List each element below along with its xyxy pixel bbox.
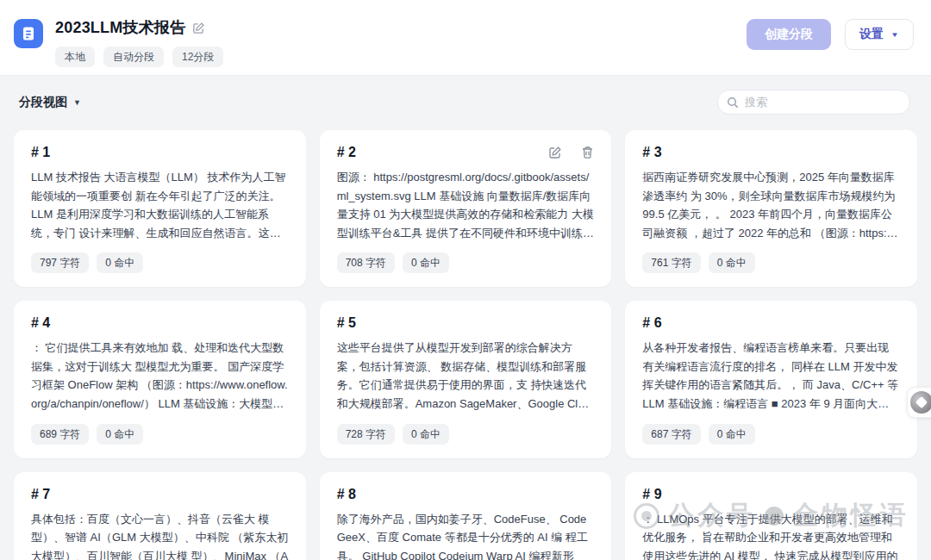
segment-card-6[interactable]: # 6 从各种开发者报告、编程语言榜单来看。只要出现有关编程语言流行度的排名， …: [625, 301, 917, 457]
view-switch-label: 分段视图: [19, 95, 67, 110]
char-count-badge: 797 字符: [31, 252, 89, 273]
tag-row: 本地 自动分段 12分段: [55, 47, 747, 67]
app-header: 2023LLM技术报告 本地 自动分段 12分段 创建分段 设置 ▼: [0, 0, 931, 76]
delete-segment-icon[interactable]: [581, 146, 594, 159]
segment-card-id: # 8: [337, 487, 356, 502]
document-icon: [14, 19, 43, 48]
segment-card-text: ： LLMOps 平台专注于提供大模型的部署、运维和优化服务， 旨在帮助企业和开…: [642, 510, 900, 560]
hit-count-badge: 0 命中: [97, 252, 143, 273]
segment-card-text: 从各种开发者报告、编程语言榜单来看。只要出现有关编程语言流行度的排名， 同样在 …: [642, 339, 900, 413]
segment-card-id: # 1: [31, 145, 50, 160]
segment-card-3[interactable]: # 3 据西南证券研究发展中心预测，2025 年向量数据库渗透率约 为 30%，…: [625, 130, 917, 287]
segment-card-text: 除了海外产品，国内如姜子牙、CodeFuse、 CodeGeeX、百度 Coma…: [337, 510, 595, 560]
caret-down-icon: ▼: [73, 98, 81, 107]
segment-card-text: ： 它们提供工具来有效地加 载、处理和迭代大型数据集，这对于训练大 型模型尤为重…: [31, 339, 289, 413]
segment-card-text: 图源： https://postgresml.org/docs/.gitbook…: [337, 168, 595, 242]
segment-card-id: # 9: [642, 487, 661, 502]
segment-card-2[interactable]: # 2 图源： https://postgresml.org/docs/.git…: [320, 130, 612, 287]
settings-button-label: 设置: [859, 27, 884, 42]
char-count-badge: 689 字符: [31, 424, 89, 445]
segment-card-id: # 7: [31, 487, 50, 502]
segment-card-9[interactable]: # 9 ： LLMOps 平台专注于提供大模型的部署、运维和优化服务， 旨在帮助…: [625, 472, 917, 560]
segment-card-id: # 2: [337, 145, 356, 160]
segment-card-text: LLM 技术报告 大语言模型（LLM） 技术作为人工智能领域的一项重要创 新在今…: [31, 168, 289, 242]
tag-source: 本地: [55, 47, 95, 67]
segment-card-5[interactable]: # 5 这些平台提供了从模型开发到部署的综合解决方案，包括计算资源、 数据存储、…: [320, 301, 612, 457]
page-title: 2023LLM技术报告: [55, 17, 185, 38]
settings-button[interactable]: 设置 ▼: [845, 19, 914, 50]
hit-count-badge: 0 命中: [403, 424, 449, 445]
content-area: 分段视图 ▼ # 1 LLM 技术报告 大语言模型（LLM） 技术作为人工智能领…: [0, 76, 931, 560]
tag-segment-mode: 自动分段: [103, 47, 164, 67]
segment-card-4[interactable]: # 4 ： 它们提供工具来有效地加 载、处理和迭代大型数据集，这对于训练大 型模…: [14, 301, 306, 457]
search-box[interactable]: [717, 90, 910, 115]
floating-assistant-widget[interactable]: [907, 387, 931, 418]
char-count-badge: 687 字符: [642, 424, 700, 445]
hit-count-badge: 0 命中: [709, 424, 755, 445]
search-icon: [727, 96, 739, 109]
segment-grid: # 1 LLM 技术报告 大语言模型（LLM） 技术作为人工智能领域的一项重要创…: [14, 130, 917, 560]
segment-card-8[interactable]: # 8 除了海外产品，国内如姜子牙、CodeFuse、 CodeGeeX、百度 …: [320, 472, 612, 560]
view-switch-dropdown[interactable]: 分段视图 ▼: [19, 95, 81, 110]
segment-card-text: 这些平台提供了从模型开发到部署的综合解决方案，包括计算资源、 数据存储、模型训练…: [337, 339, 595, 413]
hit-count-badge: 0 命中: [709, 252, 755, 273]
chevron-down-icon: ▼: [890, 31, 899, 39]
create-segment-button[interactable]: 创建分段: [747, 19, 831, 50]
segment-card-7[interactable]: # 7 具体包括：百度（文心一言）、抖音（云雀大 模型）、智谱 AI（GLM 大…: [14, 472, 306, 560]
segment-card-id: # 6: [642, 315, 661, 331]
search-input[interactable]: [745, 96, 901, 109]
char-count-badge: 761 字符: [642, 252, 700, 273]
edit-title-icon[interactable]: [192, 22, 205, 34]
segment-card-text: 具体包括：百度（文心一言）、抖音（云雀大 模型）、智谱 AI（GLM 大模型）、…: [31, 510, 289, 560]
segment-card-1[interactable]: # 1 LLM 技术报告 大语言模型（LLM） 技术作为人工智能领域的一项重要创…: [14, 130, 306, 287]
segment-card-id: # 4: [31, 315, 50, 331]
toolbar: 分段视图 ▼: [14, 90, 917, 115]
floating-orb-icon: [910, 391, 931, 414]
tag-segment-count: 12分段: [172, 47, 223, 67]
hit-count-badge: 0 命中: [403, 252, 449, 273]
segment-card-text: 据西南证券研究发展中心预测，2025 年向量数据库渗透率约 为 30%，则全球向…: [642, 168, 900, 242]
segment-card-id: # 5: [337, 315, 356, 331]
edit-segment-icon[interactable]: [548, 146, 562, 159]
char-count-badge: 728 字符: [337, 424, 395, 445]
hit-count-badge: 0 命中: [97, 424, 143, 445]
char-count-badge: 708 字符: [337, 252, 395, 273]
segment-card-id: # 3: [642, 145, 661, 160]
